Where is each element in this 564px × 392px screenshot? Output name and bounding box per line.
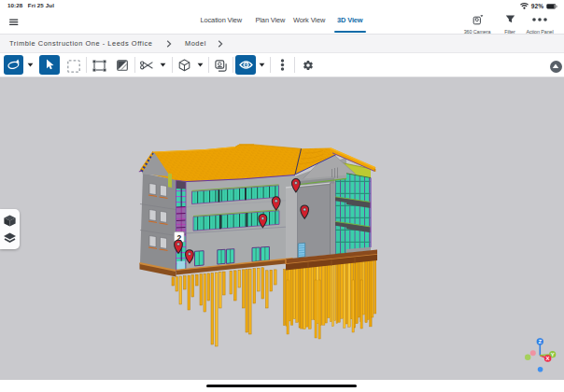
more-options-icon[interactable] <box>280 59 285 71</box>
bim-model-3d-view: 2 Y X Z <box>0 77 564 380</box>
toolbar-divider <box>172 57 173 73</box>
date-text: Fri 25 Jul <box>28 2 54 8</box>
cursor-icon <box>44 59 55 71</box>
eye-icon <box>239 60 253 70</box>
orbit-tool-button[interactable] <box>4 55 24 75</box>
collapse-toolbar-button[interactable] <box>550 61 562 73</box>
triangle-up-icon <box>552 63 559 69</box>
visibility-tool-button[interactable] <box>235 55 256 75</box>
top-nav-bar: Location View Plan View Work View 3D Vie… <box>0 12 564 34</box>
axis-gizmo[interactable]: Y X Z <box>525 338 556 371</box>
layers-icon[interactable] <box>3 232 17 244</box>
presentations-icon[interactable] <box>215 60 227 72</box>
home-indicator[interactable] <box>206 385 357 387</box>
toolbar-divider <box>233 57 233 73</box>
action-panel-button[interactable]: Action Panel <box>520 12 559 35</box>
status-time-date: 10:28 Fri 25 Jul <box>7 2 54 8</box>
model-dropdown-caret[interactable] <box>197 63 204 67</box>
wifi-icon <box>520 3 529 9</box>
hamburger-menu-icon[interactable] <box>9 19 19 26</box>
pile-group-left <box>172 268 276 346</box>
select-tool-button[interactable] <box>39 55 60 75</box>
axis-y-label: Y <box>551 352 555 357</box>
cut-scissors-icon[interactable] <box>140 60 153 72</box>
toolbar-divider <box>208 57 209 73</box>
tab-plan-view[interactable]: Plan View <box>256 16 286 24</box>
invert-selection-icon[interactable] <box>117 60 128 71</box>
tab-work-view[interactable]: Work View <box>293 16 325 24</box>
toolbar-divider <box>294 57 295 73</box>
transform-icon[interactable] <box>92 60 106 72</box>
bottom-bar <box>0 380 564 392</box>
chevron-right-icon <box>166 40 172 48</box>
battery-percent-text: 92% <box>531 3 543 9</box>
viewer-toolbar <box>0 53 564 78</box>
stair-tower <box>286 183 331 259</box>
filter-funnel-icon <box>504 14 516 25</box>
active-tab-underline <box>334 31 366 33</box>
model-solid-cube-icon[interactable] <box>3 215 17 227</box>
toolbar-divider <box>134 57 135 73</box>
cut-dropdown-caret[interactable] <box>160 63 166 67</box>
settings-gear-icon[interactable] <box>303 60 314 71</box>
visibility-dropdown-caret[interactable] <box>259 63 265 67</box>
building-main-roof <box>139 145 302 182</box>
chevron-right-icon <box>218 40 223 48</box>
axis-neg-y-dot <box>525 355 530 360</box>
tab-3d-view[interactable]: 3D View <box>337 16 363 24</box>
axis-neg-z-dot <box>538 367 543 372</box>
breadcrumb-project[interactable]: Trimble Construction One - Leeds Office <box>9 39 152 48</box>
breadcrumb: Trimble Construction One - Leeds Office … <box>0 34 564 53</box>
status-bar: 10:28 Fri 25 Jul 92% <box>0 0 564 12</box>
view-tools-flyout <box>0 209 20 249</box>
model-viewport[interactable]: 2 Y X Z <box>0 77 564 380</box>
orbit-dropdown-caret[interactable] <box>27 63 34 67</box>
building-front-facade <box>186 175 295 270</box>
model-cube-icon[interactable] <box>178 59 190 72</box>
axis-neg-x-dot <box>530 350 536 356</box>
toolbar-divider <box>270 57 271 73</box>
ellipsis-icon <box>527 14 553 25</box>
battery-icon <box>546 4 557 9</box>
tab-location-view[interactable]: Location View <box>201 16 243 24</box>
axis-x-label: X <box>546 356 550 361</box>
corner-glazed-strip <box>176 180 187 271</box>
clock-text: 10:28 <box>7 2 22 8</box>
marquee-select-icon[interactable] <box>67 60 80 73</box>
camera-360-icon <box>472 14 484 25</box>
breadcrumb-model[interactable]: Model <box>185 39 206 48</box>
toolbar-divider <box>86 57 87 73</box>
orbit-icon <box>7 59 21 71</box>
axis-z-label: Z <box>538 339 542 344</box>
